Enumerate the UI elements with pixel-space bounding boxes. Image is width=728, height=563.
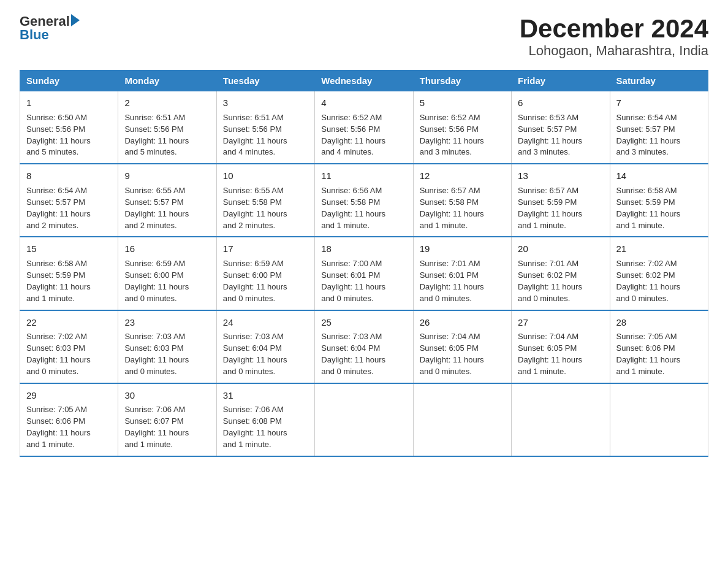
day-info: Daylight: 11 hours xyxy=(124,136,210,147)
calendar-cell: 16Sunrise: 6:59 AMSunset: 6:00 PMDayligh… xyxy=(118,237,216,310)
logo-general-text: General xyxy=(20,15,70,28)
day-info: Daylight: 11 hours xyxy=(321,136,406,147)
day-number: 20 xyxy=(518,242,603,256)
day-info: Daylight: 11 hours xyxy=(124,282,210,293)
day-number: 28 xyxy=(616,316,702,329)
day-info: Sunset: 5:57 PM xyxy=(518,124,603,136)
day-number: 5 xyxy=(420,96,505,110)
day-number: 31 xyxy=(223,389,308,402)
day-info: Sunset: 6:05 PM xyxy=(518,343,603,354)
day-info: Sunset: 5:57 PM xyxy=(26,197,112,209)
calendar-cell xyxy=(413,383,511,456)
day-number: 27 xyxy=(518,316,603,329)
day-info: and 4 minutes. xyxy=(223,147,308,158)
day-number: 23 xyxy=(124,316,210,329)
day-number: 13 xyxy=(518,169,603,183)
day-info: Sunset: 6:06 PM xyxy=(26,416,112,427)
day-info: Daylight: 11 hours xyxy=(124,427,210,439)
day-info: Daylight: 11 hours xyxy=(124,209,210,220)
day-info: and 1 minute. xyxy=(124,439,210,451)
calendar-cell: 15Sunrise: 6:58 AMSunset: 5:59 PMDayligh… xyxy=(20,237,118,310)
header-tuesday: Tuesday xyxy=(216,71,314,91)
day-info: Daylight: 11 hours xyxy=(518,136,603,147)
day-info: Sunrise: 7:05 AM xyxy=(26,404,112,416)
day-number: 18 xyxy=(321,242,406,256)
calendar-cell: 7Sunrise: 6:54 AMSunset: 5:57 PMDaylight… xyxy=(610,91,708,164)
day-info: Daylight: 11 hours xyxy=(616,209,702,220)
day-info: and 5 minutes. xyxy=(26,147,112,158)
day-info: Daylight: 11 hours xyxy=(223,282,308,293)
calendar-cell: 11Sunrise: 6:56 AMSunset: 5:58 PMDayligh… xyxy=(315,164,413,237)
day-info: and 0 minutes. xyxy=(223,366,308,378)
day-info: Sunset: 5:56 PM xyxy=(420,124,505,136)
calendar-cell: 1Sunrise: 6:50 AMSunset: 5:56 PMDaylight… xyxy=(20,91,118,164)
day-number: 30 xyxy=(124,389,210,402)
day-info: Sunrise: 7:00 AM xyxy=(321,258,406,270)
day-number: 14 xyxy=(616,169,702,183)
calendar-cell: 25Sunrise: 7:03 AMSunset: 6:04 PMDayligh… xyxy=(315,310,413,383)
day-info: and 0 minutes. xyxy=(420,293,505,305)
day-info: and 1 minute. xyxy=(518,220,603,232)
day-info: Daylight: 11 hours xyxy=(26,136,112,147)
day-info: Sunset: 6:08 PM xyxy=(223,416,308,427)
day-info: Daylight: 11 hours xyxy=(321,209,406,220)
day-info: Sunset: 6:03 PM xyxy=(26,343,112,354)
header-wednesday: Wednesday xyxy=(315,71,413,91)
day-info: Sunset: 5:57 PM xyxy=(616,124,702,136)
calendar-cell: 8Sunrise: 6:54 AMSunset: 5:57 PMDaylight… xyxy=(20,164,118,237)
calendar-cell: 31Sunrise: 7:06 AMSunset: 6:08 PMDayligh… xyxy=(216,383,314,456)
day-info: and 1 minute. xyxy=(321,220,406,232)
day-number: 10 xyxy=(223,169,308,183)
day-info: and 4 minutes. xyxy=(321,147,406,158)
calendar-cell: 21Sunrise: 7:02 AMSunset: 6:02 PMDayligh… xyxy=(610,237,708,310)
day-info: and 0 minutes. xyxy=(321,366,406,378)
day-info: Daylight: 11 hours xyxy=(223,427,308,439)
day-number: 2 xyxy=(124,96,210,110)
calendar-cell: 6Sunrise: 6:53 AMSunset: 5:57 PMDaylight… xyxy=(512,91,610,164)
day-info: Sunrise: 6:53 AM xyxy=(518,112,603,124)
calendar-cell: 29Sunrise: 7:05 AMSunset: 6:06 PMDayligh… xyxy=(20,383,118,456)
day-info: Sunset: 6:00 PM xyxy=(223,270,308,282)
calendar-cell: 12Sunrise: 6:57 AMSunset: 5:58 PMDayligh… xyxy=(413,164,511,237)
week-row-4: 22Sunrise: 7:02 AMSunset: 6:03 PMDayligh… xyxy=(20,310,708,383)
day-number: 26 xyxy=(420,316,505,329)
day-info: and 3 minutes. xyxy=(420,147,505,158)
day-info: Sunset: 6:01 PM xyxy=(321,270,406,282)
calendar-cell: 22Sunrise: 7:02 AMSunset: 6:03 PMDayligh… xyxy=(20,310,118,383)
day-number: 8 xyxy=(26,169,112,183)
day-info: and 1 minute. xyxy=(223,439,308,451)
calendar-cell: 17Sunrise: 6:59 AMSunset: 6:00 PMDayligh… xyxy=(216,237,314,310)
day-info: and 2 minutes. xyxy=(26,220,112,232)
calendar-cell: 26Sunrise: 7:04 AMSunset: 6:05 PMDayligh… xyxy=(413,310,511,383)
calendar-cell: 5Sunrise: 6:52 AMSunset: 5:56 PMDaylight… xyxy=(413,91,511,164)
day-info: Sunset: 5:57 PM xyxy=(124,197,210,209)
day-info: Daylight: 11 hours xyxy=(26,209,112,220)
day-info: and 1 minute. xyxy=(26,293,112,305)
day-number: 9 xyxy=(124,169,210,183)
day-info: and 0 minutes. xyxy=(124,366,210,378)
week-row-3: 15Sunrise: 6:58 AMSunset: 5:59 PMDayligh… xyxy=(20,237,708,310)
day-info: Sunset: 5:59 PM xyxy=(26,270,112,282)
day-number: 3 xyxy=(223,96,308,110)
day-info: Sunset: 6:01 PM xyxy=(420,270,505,282)
day-info: and 0 minutes. xyxy=(420,366,505,378)
day-number: 21 xyxy=(616,242,702,256)
calendar-table: SundayMondayTuesdayWednesdayThursdayFrid… xyxy=(20,70,708,457)
day-info: Sunrise: 6:56 AM xyxy=(321,185,406,197)
header-saturday: Saturday xyxy=(610,71,708,91)
day-info: Sunrise: 7:04 AM xyxy=(518,331,603,343)
day-info: and 5 minutes. xyxy=(124,147,210,158)
day-info: Sunrise: 7:05 AM xyxy=(616,331,702,343)
calendar-cell: 20Sunrise: 7:01 AMSunset: 6:02 PMDayligh… xyxy=(512,237,610,310)
day-number: 7 xyxy=(616,96,702,110)
day-info: Sunrise: 7:06 AM xyxy=(124,404,210,416)
day-info: Sunrise: 7:02 AM xyxy=(26,331,112,343)
day-info: and 1 minute. xyxy=(420,220,505,232)
calendar-cell: 3Sunrise: 6:51 AMSunset: 5:56 PMDaylight… xyxy=(216,91,314,164)
day-info: Sunset: 6:02 PM xyxy=(616,270,702,282)
day-number: 11 xyxy=(321,169,406,183)
day-info: and 0 minutes. xyxy=(518,293,603,305)
day-number: 22 xyxy=(26,316,112,329)
day-number: 16 xyxy=(124,242,210,256)
day-info: Sunrise: 6:54 AM xyxy=(26,185,112,197)
